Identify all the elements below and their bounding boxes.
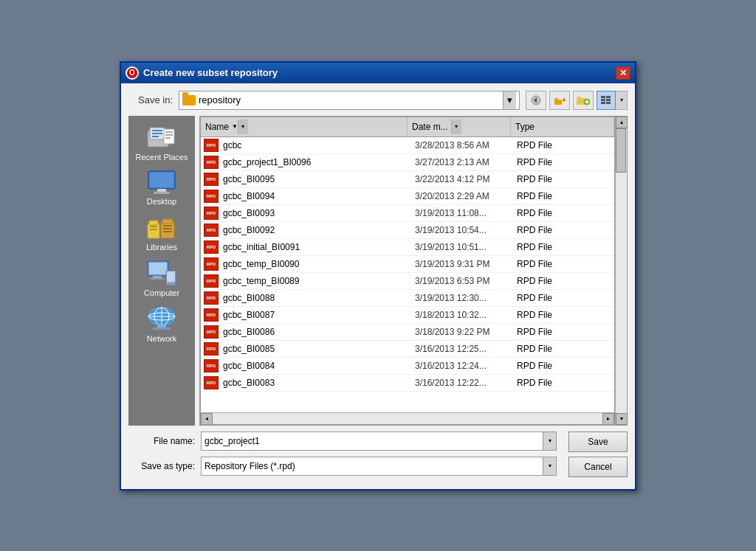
- v-scroll-track[interactable]: [616, 128, 627, 413]
- v-scroll-down[interactable]: ▾: [616, 413, 628, 425]
- h-scroll-track[interactable]: [213, 413, 602, 424]
- svg-rect-28: [154, 192, 170, 194]
- svg-rect-35: [163, 225, 172, 226]
- file-icon: RPD: [204, 274, 219, 288]
- table-row[interactable]: RPD gcbc_initial_BI0091 3/19/2013 10:51.…: [201, 239, 614, 256]
- horizontal-scrollbar[interactable]: ◂ ▸: [201, 412, 614, 424]
- file-name-cell: gcbc_BI0088: [223, 293, 415, 303]
- file-name-cell: gcbc_temp_BI0089: [223, 276, 415, 286]
- file-list-scroll[interactable]: RPD gcbc 3/28/2013 8:56 AM RPD File RPD …: [201, 137, 614, 412]
- detail-view-button[interactable]: [597, 91, 616, 110]
- v-scroll-thumb[interactable]: [616, 128, 626, 173]
- svg-marker-4: [563, 97, 566, 101]
- filename-input[interactable]: [202, 432, 543, 450]
- file-date-cell: 3/16/2013 12:24...: [415, 361, 517, 371]
- file-icon: RPD: [204, 359, 219, 372]
- table-row[interactable]: RPD gcbc_BI0087 3/18/2013 10:32... RPD F…: [201, 307, 614, 324]
- dialog-body: Save in: repository ▾: [121, 83, 635, 489]
- table-row[interactable]: RPD gcbc_BI0093 3/19/2013 11:08... RPD F…: [201, 205, 614, 222]
- col-name-filter[interactable]: ▾: [238, 119, 248, 134]
- file-name-cell: gcbc_temp_BI0090: [223, 259, 415, 269]
- back-button[interactable]: [526, 91, 546, 110]
- save-button[interactable]: Save: [568, 432, 628, 452]
- file-type-cell: RPD File: [517, 157, 611, 167]
- close-button[interactable]: ✕: [616, 66, 630, 80]
- file-name-cell: gcbc_BI0083: [223, 378, 415, 388]
- file-date-cell: 3/18/2013 9:22 PM: [415, 327, 517, 337]
- file-icon: RPD: [204, 223, 219, 237]
- table-row[interactable]: RPD gcbc_temp_BI0089 3/19/2013 6:53 PM R…: [201, 273, 614, 290]
- app-icon: O: [126, 66, 139, 80]
- table-row[interactable]: RPD gcbc 3/28/2013 8:56 AM RPD File: [201, 137, 614, 154]
- svg-rect-15: [606, 102, 611, 104]
- sidebar-label-recent-places: Recent Places: [136, 153, 188, 162]
- v-scroll-up[interactable]: ▴: [616, 117, 628, 128]
- svg-rect-12: [601, 102, 605, 104]
- table-row[interactable]: RPD gcbc_project1_BI0096 3/27/2013 2:13 …: [201, 154, 614, 171]
- sidebar-item-recent-places[interactable]: Recent Places: [132, 122, 191, 164]
- col-header-name[interactable]: Name ▼ ▾: [201, 117, 408, 136]
- file-name-cell: gcbc_BI0092: [223, 225, 415, 235]
- file-date-cell: 3/20/2013 2:29 AM: [415, 191, 517, 201]
- file-type-cell: RPD File: [517, 208, 611, 218]
- filename-dropdown[interactable]: ▾: [543, 432, 556, 450]
- file-type-cell: RPD File: [517, 361, 611, 371]
- table-row[interactable]: RPD gcbc_BI0083 3/16/2013 12:22... RPD F…: [201, 375, 614, 392]
- table-row[interactable]: RPD gcbc_temp_BI0090 3/19/2013 9:31 PM R…: [201, 256, 614, 273]
- save-in-dropdown-arrow[interactable]: ▾: [503, 91, 516, 109]
- table-row[interactable]: RPD gcbc_BI0084 3/16/2013 12:24... RPD F…: [201, 358, 614, 375]
- dialog-window: O Create new subset repository ✕ Save in…: [120, 61, 636, 491]
- table-row[interactable]: RPD gcbc_BI0095 3/22/2013 4:12 PM RPD Fi…: [201, 171, 614, 188]
- toolbar-buttons: ▾: [526, 91, 628, 110]
- sidebar-item-desktop[interactable]: Desktop: [132, 167, 191, 209]
- sidebar-item-computer[interactable]: Computer: [132, 257, 191, 300]
- sidebar-item-network[interactable]: Network: [132, 303, 191, 346]
- sidebar-item-libraries[interactable]: Libraries: [132, 212, 191, 254]
- file-icon: RPD: [204, 207, 219, 220]
- h-scroll-right[interactable]: ▸: [602, 413, 614, 425]
- recent-places-icon: [146, 125, 177, 151]
- title-bar: O Create new subset repository ✕: [121, 63, 635, 83]
- svg-rect-6: [577, 97, 581, 99]
- dialog-title: Create new subset repository: [143, 67, 278, 78]
- new-folder-button[interactable]: [573, 91, 594, 110]
- action-buttons: Save Cancel: [568, 432, 628, 477]
- view-toggle: ▾: [597, 91, 628, 110]
- svg-rect-36: [163, 228, 172, 229]
- h-scroll-left[interactable]: ◂: [201, 413, 213, 425]
- col-date-filter[interactable]: ▾: [451, 119, 461, 134]
- view-dropdown-arrow[interactable]: ▾: [616, 91, 628, 110]
- table-row[interactable]: RPD gcbc_BI0094 3/20/2013 2:29 AM RPD Fi…: [201, 188, 614, 205]
- table-row[interactable]: RPD gcbc_BI0086 3/18/2013 9:22 PM RPD Fi…: [201, 324, 614, 341]
- file-name-cell: gcbc_BI0084: [223, 361, 415, 371]
- desktop-icon: [148, 170, 176, 195]
- cancel-button[interactable]: Cancel: [568, 457, 628, 477]
- file-type-cell: RPD File: [517, 344, 611, 354]
- table-row[interactable]: RPD gcbc_BI0085 3/16/2013 12:25... RPD F…: [201, 341, 614, 358]
- up-button[interactable]: [549, 91, 570, 110]
- save-in-combo[interactable]: repository ▾: [179, 91, 520, 110]
- file-date-cell: 3/22/2013 4:12 PM: [415, 174, 517, 184]
- svg-rect-52: [153, 328, 171, 330]
- col-header-date[interactable]: Date m... ▾: [408, 117, 511, 136]
- svg-rect-10: [601, 96, 605, 98]
- file-type-cell: RPD File: [517, 378, 611, 388]
- file-date-cell: 3/27/2013 2:13 AM: [415, 157, 517, 167]
- file-name-cell: gcbc_BI0095: [223, 174, 415, 184]
- vertical-scrollbar[interactable]: ▴ ▾: [615, 117, 627, 425]
- savetype-dropdown[interactable]: ▾: [543, 457, 556, 475]
- file-icon: RPD: [204, 173, 219, 186]
- save-in-row: Save in: repository ▾: [128, 91, 628, 110]
- savetype-row: Save as type: ▾: [128, 457, 557, 476]
- svg-rect-26: [150, 173, 173, 187]
- col-header-type[interactable]: Type: [511, 117, 614, 136]
- filename-label: File name:: [128, 436, 195, 446]
- svg-rect-23: [165, 134, 173, 136]
- svg-rect-51: [157, 324, 166, 328]
- file-icon: RPD: [204, 291, 219, 305]
- svg-rect-20: [152, 136, 159, 137]
- file-date-cell: 3/28/2013 8:56 AM: [415, 140, 517, 150]
- col-name-label: Name: [205, 122, 229, 132]
- table-row[interactable]: RPD gcbc_BI0088 3/19/2013 12:30... RPD F…: [201, 290, 614, 307]
- table-row[interactable]: RPD gcbc_BI0092 3/19/2013 10:54... RPD F…: [201, 222, 614, 239]
